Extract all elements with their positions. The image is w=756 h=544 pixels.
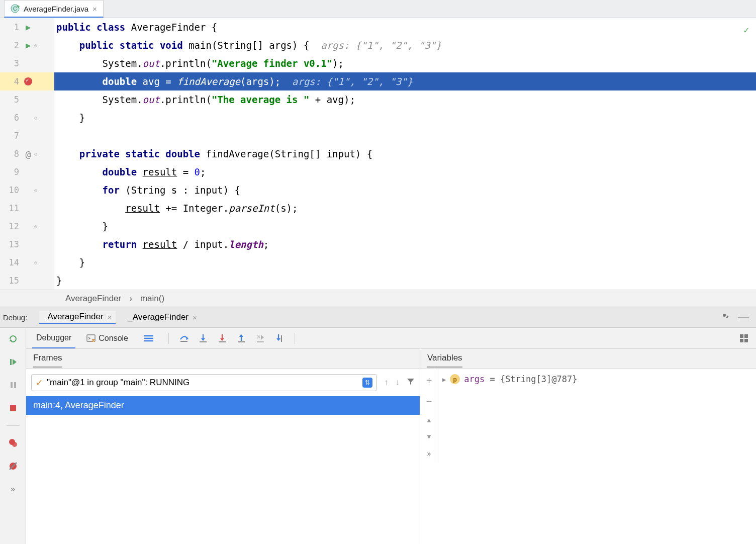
svg-rect-11 xyxy=(11,382,13,388)
move-watch-up-icon[interactable]: ▲ xyxy=(426,416,432,424)
parameter-icon: p xyxy=(450,374,460,384)
step-over-icon[interactable] xyxy=(179,333,189,343)
svg-marker-35 xyxy=(261,335,264,340)
fold-icon[interactable]: ⊖ xyxy=(34,151,42,157)
svg-marker-32 xyxy=(239,334,243,337)
svg-text:C: C xyxy=(13,6,17,12)
svg-rect-49 xyxy=(740,339,743,342)
step-out-icon[interactable] xyxy=(236,333,246,343)
thread-selector[interactable]: ✓ "main"@1 in group "main": RUNNING ⇅ xyxy=(31,374,377,391)
step-into-icon[interactable] xyxy=(198,333,208,343)
override-icon[interactable]: @ xyxy=(22,149,34,159)
run-config-tab[interactable]: _AverageFinder × xyxy=(120,311,201,323)
prev-frame-icon[interactable]: ↑ xyxy=(384,378,389,388)
resume-icon[interactable] xyxy=(7,356,19,368)
svg-marker-26 xyxy=(201,338,205,341)
debug-tool-label: Debug: xyxy=(3,313,35,322)
drop-frame-icon[interactable]: ✕ xyxy=(255,333,265,343)
thread-name: "main"@1 in group "main": RUNNING xyxy=(47,378,190,388)
editor-tab[interactable]: C AverageFinder.java × xyxy=(4,0,104,18)
layout-settings-icon[interactable] xyxy=(739,333,749,343)
svg-point-15 xyxy=(12,442,17,447)
mute-breakpoints-icon[interactable] xyxy=(7,460,19,472)
minimize-icon[interactable]: — xyxy=(738,311,749,324)
tab-console[interactable]: Console xyxy=(82,328,132,348)
tab-debugger[interactable]: Debugger xyxy=(32,328,75,348)
svg-rect-9 xyxy=(10,359,12,365)
run-to-cursor-icon[interactable] xyxy=(274,333,285,343)
fold-end-icon[interactable]: ⊖ xyxy=(34,115,42,121)
pause-icon[interactable] xyxy=(7,379,19,391)
chevron-updown-icon: ⇅ xyxy=(362,378,372,388)
editor-tab-label: AverageFinder.java xyxy=(24,5,88,13)
code-editor[interactable]: ✓ public class AverageFinder { public st… xyxy=(54,18,756,290)
run-config-tab[interactable]: AverageFinder × xyxy=(39,311,116,324)
breakpoint-icon[interactable] xyxy=(22,77,34,85)
close-icon[interactable]: × xyxy=(108,313,112,321)
debug-left-rail: » xyxy=(0,328,26,544)
svg-marker-51 xyxy=(407,379,414,385)
rerun-icon[interactable] xyxy=(7,333,19,345)
console-icon xyxy=(86,334,96,343)
new-watch-icon[interactable]: + xyxy=(426,375,432,387)
breadcrumb[interactable]: AverageFinder › main() xyxy=(0,290,756,307)
debugger-tabs: Debugger Console ✕ xyxy=(26,328,756,349)
run-gutter-icon[interactable]: ▶ xyxy=(22,22,34,32)
more-icon[interactable]: » xyxy=(7,483,19,495)
run-gutter-icon[interactable]: ▶ xyxy=(22,40,34,50)
svg-rect-50 xyxy=(744,339,748,342)
fold-end-icon[interactable]: ⊖ xyxy=(34,224,42,229)
fold-icon[interactable]: ⊖ xyxy=(34,43,42,48)
frames-panel-title: Frames xyxy=(26,349,420,369)
threads-icon[interactable] xyxy=(139,328,158,348)
svg-marker-29 xyxy=(220,338,224,341)
svg-rect-47 xyxy=(740,334,743,338)
svg-marker-38 xyxy=(276,338,280,341)
next-frame-icon[interactable]: ↓ xyxy=(396,378,400,388)
variables-panel-title: Variables xyxy=(420,349,756,369)
remove-watch-icon[interactable]: − xyxy=(426,396,432,407)
svg-rect-13 xyxy=(10,405,16,411)
close-icon[interactable]: × xyxy=(92,5,97,13)
filter-icon[interactable] xyxy=(407,378,415,388)
close-icon[interactable]: × xyxy=(193,313,197,322)
editor-gutter: 1▶ 2▶⊖ 3 4 5 6⊖ 7 8@⊖ 9 10⊖ 11 12⊖ 13 14… xyxy=(0,18,54,290)
stop-icon[interactable] xyxy=(7,402,19,414)
breadcrumb-class[interactable]: AverageFinder xyxy=(65,294,121,304)
svg-text:✕: ✕ xyxy=(256,334,261,340)
force-step-into-icon[interactable] xyxy=(217,333,227,343)
expand-icon[interactable]: ▶ xyxy=(442,376,446,383)
breadcrumb-method[interactable]: main() xyxy=(140,294,164,304)
svg-rect-12 xyxy=(14,382,16,388)
move-watch-down-icon[interactable]: ▼ xyxy=(426,433,432,440)
more-icon[interactable]: » xyxy=(427,449,431,458)
class-icon: C xyxy=(11,4,20,13)
fold-end-icon[interactable]: ⊖ xyxy=(34,260,42,265)
stack-frame-row[interactable]: main:4, AverageFinder xyxy=(26,396,420,415)
gear-icon[interactable] xyxy=(720,311,729,324)
view-breakpoints-icon[interactable] xyxy=(7,437,19,449)
variable-row[interactable]: ▶ p args = {String[3]@787} xyxy=(438,369,581,463)
svg-rect-48 xyxy=(744,334,748,338)
svg-marker-10 xyxy=(13,359,17,365)
inspection-ok-icon[interactable]: ✓ xyxy=(743,21,749,39)
fold-icon[interactable]: ⊖ xyxy=(34,188,42,193)
editor-tab-bar: C AverageFinder.java × xyxy=(0,0,756,18)
